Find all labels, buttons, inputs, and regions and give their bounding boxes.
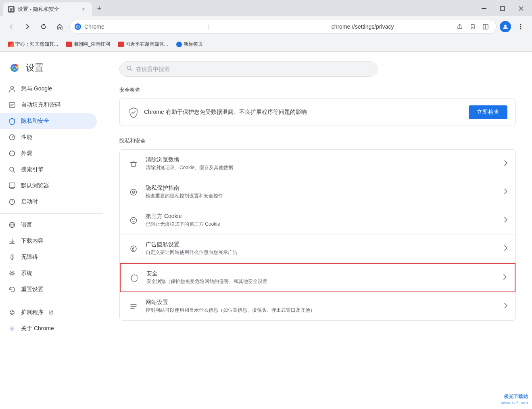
sidebar-item-accessibility[interactable]: 无障碍	[0, 249, 97, 265]
active-tab[interactable]: 设置 - 隐私和安全 ×	[3, 2, 92, 16]
address-bar[interactable]: Chrome | chrome://settings/privacy	[69, 20, 497, 34]
settings-item-third-party-cookie[interactable]: 第三方 Cookie 已阻止无痕模式下的第三方 Cookie	[120, 206, 515, 235]
sidebar-icon-about	[8, 325, 16, 333]
safety-check-button[interactable]: 立即检查	[469, 105, 507, 119]
new-tab-button[interactable]: +	[94, 3, 105, 14]
privacy-guide-subtitle: 检查重要的隐私控制设置和安全控件	[146, 193, 498, 199]
svg-point-15	[520, 28, 522, 29]
sidebar-item-performance[interactable]: 性能	[0, 129, 97, 145]
address-brand: Chrome	[84, 23, 204, 30]
chrome-logo-icon	[8, 61, 21, 74]
ad-privacy-title: 广告隐私设置	[146, 241, 498, 248]
sidebar-item-autofill[interactable]: 自动填充和密码	[0, 97, 97, 113]
sidebar-item-google[interactable]: 您与 Google	[0, 81, 97, 97]
security-subtitle: 安全浏览（保护您免受危险网站的侵害）和其他安全设置	[146, 278, 497, 285]
sidebar-label-reset: 重置设置	[21, 286, 44, 293]
clear-browsing-title: 清除浏览数据	[146, 156, 498, 164]
back-button[interactable]	[5, 20, 18, 33]
bookmark-favicon-4	[176, 42, 182, 47]
svg-point-14	[520, 26, 522, 27]
safety-check-section-title: 安全检查	[119, 86, 516, 94]
ad-privacy-text: 广告隐私设置 自定义要让网站使用什么信息向您展示广告	[146, 241, 498, 256]
bookmarks-bar: 宁心：知其然知其... 湘朝网_湖南红网 习近平在越南媒体... 新标签页	[0, 37, 532, 52]
close-button[interactable]	[512, 2, 530, 15]
page-area: 安全检查 Chrome 有助于保护您免受数据泄露、不良扩展程序等问题的影响 立即…	[103, 52, 532, 409]
privacy-section-title: 隐私和安全	[119, 137, 516, 145]
sidebar-label-system: 系统	[21, 270, 32, 277]
sidebar-item-default-browser[interactable]: 默认浏览器	[0, 178, 97, 194]
svg-point-60	[132, 221, 132, 221]
sidebar-item-system[interactable]: 系统	[0, 265, 97, 281]
sidebar-label-autofill: 自动填充和密码	[21, 101, 61, 109]
bookmark-item-4[interactable]: 新标签页	[173, 39, 206, 49]
site-info-icon[interactable]	[75, 23, 81, 30]
svg-point-56	[131, 217, 137, 223]
sidebar-item-privacy[interactable]: 隐私和安全	[0, 113, 97, 129]
bookmark-label-2: 湘朝网_湖南红网	[73, 41, 110, 48]
bookmark-button[interactable]	[467, 21, 478, 32]
ad-privacy-icon	[128, 243, 139, 254]
privacy-guide-icon	[128, 187, 139, 198]
sidebar-icon-language	[8, 221, 16, 229]
minimize-button[interactable]	[475, 2, 493, 15]
sidebar-item-downloads[interactable]: 下载内容	[0, 233, 97, 249]
bookmark-favicon-1	[8, 42, 14, 47]
sidebar-icon-system	[8, 269, 16, 277]
browser-window: 设置 - 隐私和安全 × +	[0, 0, 532, 409]
share-button[interactable]	[454, 21, 465, 32]
sidebar-logo: 设置	[0, 58, 103, 81]
svg-point-12	[504, 25, 507, 27]
sidebar-divider-1	[0, 213, 103, 214]
settings-item-ad-privacy[interactable]: 广告隐私设置 自定义要让网站使用什么信息向您展示广告	[120, 235, 515, 263]
clear-browsing-text: 清除浏览数据 清除浏览记录、Cookie、缓存及其他数据	[146, 156, 498, 171]
reload-button[interactable]	[37, 20, 50, 33]
main-content: 设置 您与 Google 自动填充和密码 隐私和安全	[0, 52, 532, 409]
search-bar[interactable]	[119, 61, 378, 77]
settings-item-security[interactable]: 安全 安全浏览（保护您免受危险网站的侵害）和其他安全设置	[120, 263, 515, 292]
sidebar-label-about: 关于 Chrome	[21, 325, 54, 332]
svg-point-43	[12, 254, 13, 256]
svg-point-26	[12, 137, 13, 138]
sidebar-icon-accessibility	[8, 253, 16, 261]
home-button[interactable]	[53, 20, 66, 33]
bookmark-item-3[interactable]: 习近平在越南媒体...	[115, 39, 171, 49]
address-url: chrome://settings/privacy	[332, 23, 451, 30]
sidebar-item-extensions[interactable]: 扩展程序	[0, 304, 97, 321]
svg-point-57	[132, 219, 133, 220]
third-party-cookie-arrow	[504, 217, 507, 224]
third-party-cookie-title: 第三方 Cookie	[146, 213, 498, 220]
profile-button[interactable]	[500, 21, 511, 32]
sidebar-item-language[interactable]: 语言	[0, 217, 97, 233]
chrome-menu-button[interactable]	[514, 20, 527, 33]
forward-button[interactable]	[21, 20, 34, 33]
sidebar-label-downloads: 下载内容	[21, 237, 44, 245]
sidebar-item-reset[interactable]: 重置设置	[0, 281, 97, 298]
settings-item-clear-browsing[interactable]: 清除浏览数据 清除浏览记录、Cookie、缓存及其他数据	[120, 150, 515, 178]
site-settings-subtitle: 控制网站可以使用和显示什么信息（如位置信息、摄像头、弹出式窗口及其他）	[146, 307, 498, 314]
sidebar-item-appearance[interactable]: 外观	[0, 145, 97, 162]
maximize-button[interactable]	[493, 2, 512, 15]
site-settings-text: 网站设置 控制网站可以使用和显示什么信息（如位置信息、摄像头、弹出式窗口及其他）	[146, 299, 498, 314]
tab-favicon	[8, 6, 15, 13]
watermark: 极光下载站 www.xz7.com	[501, 393, 528, 405]
tab-close-button[interactable]: ×	[80, 6, 87, 13]
settings-item-privacy-guide[interactable]: 隐私保护指南 检查重要的隐私控制设置和安全控件	[120, 178, 515, 206]
svg-point-49	[11, 328, 13, 330]
split-view-button[interactable]	[480, 21, 491, 32]
sidebar-icon-downloads	[8, 237, 16, 245]
sidebar-item-search[interactable]: 搜索引擎	[0, 162, 97, 178]
bookmark-label-3: 习近平在越南媒体...	[125, 41, 168, 48]
bookmark-item-2[interactable]: 湘朝网_湖南红网	[63, 39, 113, 49]
third-party-cookie-text: 第三方 Cookie 已阻止无痕模式下的第三方 Cookie	[146, 213, 498, 228]
bookmark-item-1[interactable]: 宁心：知其然知其...	[5, 39, 61, 49]
settings-item-site-settings[interactable]: 网站设置 控制网站可以使用和显示什么信息（如位置信息、摄像头、弹出式窗口及其他）	[120, 292, 515, 320]
sidebar-item-about[interactable]: 关于 Chrome	[0, 321, 97, 337]
sidebar-item-startup[interactable]: 启动时	[0, 194, 97, 210]
external-link-icon	[48, 310, 53, 315]
svg-point-21	[11, 86, 14, 89]
search-input[interactable]	[136, 66, 371, 72]
bookmark-favicon-3	[118, 42, 124, 47]
site-settings-title: 网站设置	[146, 299, 498, 306]
svg-point-29	[14, 153, 15, 154]
sidebar-divider-2	[0, 301, 103, 301]
